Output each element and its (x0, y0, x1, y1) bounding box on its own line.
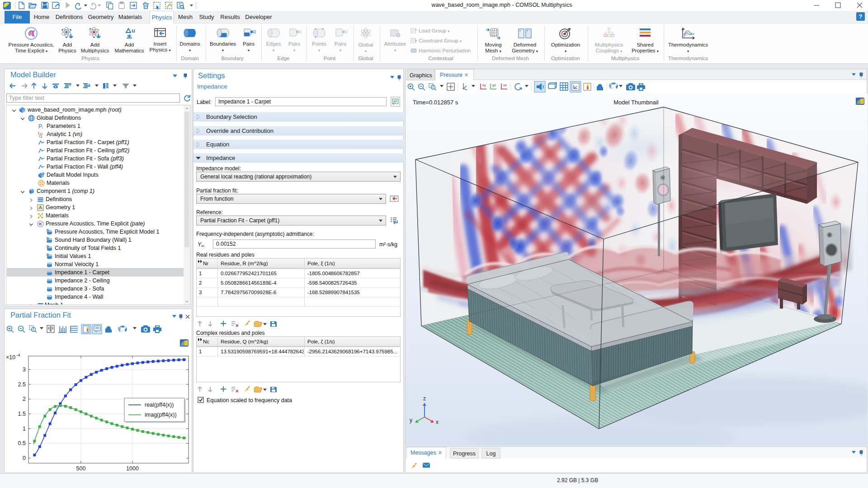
svg-text:real(pff4(x)): real(pff4(x)) (145, 402, 174, 408)
svg-text:imag(pff4(x)): imag(pff4(x)) (145, 412, 177, 418)
svg-text:-4: -4 (16, 352, 20, 357)
svg-text:D: D (47, 245, 49, 248)
svg-text:0: 0 (23, 455, 26, 461)
svg-text:×10: ×10 (6, 354, 15, 361)
svg-text:u: u (132, 27, 135, 34)
svg-text:1000: 1000 (126, 465, 139, 472)
svg-text:0.5: 0.5 (18, 440, 26, 446)
svg-text:D: D (47, 237, 49, 240)
svg-text:xy: xy (482, 83, 486, 87)
svg-text:i: i (42, 125, 43, 130)
svg-text:x: x (436, 419, 439, 425)
svg-text:f: f (38, 131, 39, 136)
svg-text:2.5: 2.5 (18, 381, 26, 388)
svg-text:1.5: 1.5 (18, 411, 26, 417)
svg-text:xz: xz (503, 83, 507, 87)
svg-text:3: 3 (23, 366, 26, 373)
svg-text:D: D (47, 229, 49, 232)
svg-text:yz: yz (492, 83, 496, 87)
svg-text:2: 2 (23, 396, 26, 402)
svg-text:z: z (423, 395, 426, 402)
svg-text:y: y (410, 417, 412, 423)
svg-text:P: P (38, 123, 42, 130)
svg-text:500: 500 (76, 465, 86, 472)
svg-text:1: 1 (23, 426, 26, 432)
svg-text:D: D (47, 253, 49, 256)
